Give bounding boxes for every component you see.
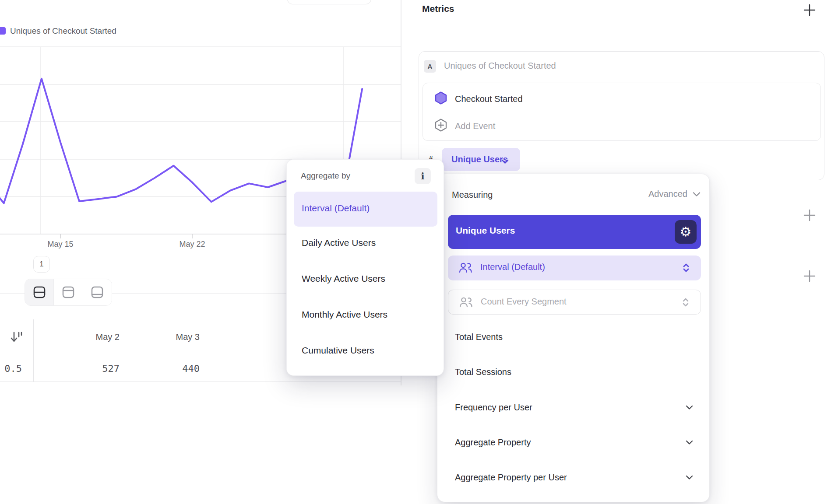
measuring-option-selected[interactable]: Unique Users ⚙ (448, 215, 701, 249)
menu-item-aggregate-property[interactable]: Aggregate Property (455, 438, 531, 448)
toolbar-button-partial[interactable] (287, 0, 371, 4)
menu-item-interval-default-selected[interactable]: Interval (Default) (294, 192, 437, 227)
plus-icon (803, 209, 816, 221)
add-breakdown-button[interactable] (803, 270, 816, 283)
add-metric-button[interactable] (803, 3, 817, 17)
menu-item-frequency-per-user[interactable]: Frequency per User (455, 402, 532, 413)
bottom-panel-icon (90, 285, 105, 300)
layout-top-button[interactable] (54, 279, 83, 305)
chevron-down-icon[interactable] (686, 439, 693, 447)
menu-item-total-sessions[interactable]: Total Sessions (455, 367, 511, 377)
menu-item-daily-active-users[interactable]: Daily Active Users (302, 238, 376, 248)
unfold-more-icon (683, 262, 690, 275)
advanced-label: Advanced (648, 189, 687, 199)
menu-item-total-events[interactable]: Total Events (455, 332, 503, 342)
split-rows-icon (32, 285, 47, 300)
metric-letter-badge: A (424, 60, 436, 73)
interval-option-row[interactable]: Interval (Default) (448, 256, 701, 280)
add-event-row[interactable]: Add Event (423, 115, 820, 137)
layout-bottom-button[interactable] (83, 279, 112, 305)
event-card: Checkout Started Add Event (423, 83, 821, 141)
info-icon[interactable]: i (415, 168, 431, 184)
measurement-chip-label: Unique Users (451, 154, 508, 164)
menu-item-cumulative-users[interactable]: Cumulative Users (302, 345, 374, 356)
menu-item-weekly-active-users[interactable]: Weekly Active Users (302, 273, 385, 284)
row-label-cell: 0.5 (0, 355, 22, 382)
menu-item-monthly-active-users[interactable]: Monthly Active Users (302, 309, 387, 320)
measuring-popup: Measuring Advanced Unique Users ⚙ Interv… (437, 174, 710, 502)
x-tick-may-22: May 22 (166, 240, 218, 249)
sort-descending-icon (10, 330, 24, 344)
chevron-down-icon (501, 158, 509, 166)
event-hexagon-icon (434, 91, 448, 107)
menu-item-aggregate-property-per-user[interactable]: Aggregate Property per User (455, 472, 567, 483)
users-icon (458, 262, 472, 275)
table-column-divider (33, 319, 34, 382)
metric-name-input[interactable]: Uniques of Checkout Started (444, 61, 556, 71)
interval-option-label: Interval (Default) (480, 262, 545, 272)
measurement-chip[interactable]: Unique Users (442, 148, 520, 171)
event-row[interactable]: Checkout Started (423, 88, 820, 110)
measuring-title: Measuring (452, 190, 493, 200)
chevron-down-icon (693, 192, 701, 197)
selected-measure-label: Unique Users (456, 225, 515, 236)
value-cell: 527 (33, 355, 120, 382)
sort-button[interactable] (0, 319, 33, 355)
event-name[interactable]: Checkout Started (455, 94, 523, 104)
plus-icon (803, 270, 816, 282)
advanced-toggle[interactable]: Advanced (648, 189, 701, 199)
analytics-screen: Uniques of Checkout Started May 15 May 2… (0, 0, 831, 504)
users-icon (459, 297, 473, 310)
legend-label[interactable]: Uniques of Checkout Started (10, 26, 116, 36)
metric-card: A Uniques of Checkout Started Checkout S… (419, 51, 824, 180)
column-header[interactable]: May 3 (126, 319, 200, 355)
layout-toggle-group (25, 279, 112, 306)
add-event-hexagon-icon (434, 118, 448, 134)
legend-swatch-icon (0, 27, 6, 35)
column-header[interactable]: May 2 (33, 319, 120, 355)
page-badge[interactable]: 1 (33, 256, 50, 273)
top-panel-icon (61, 285, 76, 300)
unfold-more-icon (682, 297, 689, 309)
add-event-label: Add Event (455, 121, 495, 131)
chevron-down-icon[interactable] (686, 474, 693, 482)
gear-icon[interactable]: ⚙ (675, 220, 697, 244)
x-tick-may-15: May 15 (34, 240, 87, 249)
chevron-down-icon[interactable] (686, 404, 693, 412)
value-cell: 440 (126, 355, 200, 382)
add-filter-button[interactable] (803, 209, 816, 222)
aggregate-by-popup: Aggregate by i Interval (Default) Daily … (286, 159, 444, 376)
metrics-panel-title: Metrics (422, 4, 454, 14)
aggregate-by-title: Aggregate by (301, 171, 350, 181)
segment-option-label: Count Every Segment (481, 297, 567, 307)
segment-option-row[interactable]: Count Every Segment (448, 290, 701, 315)
layout-split-button[interactable] (25, 279, 54, 305)
selected-item-label: Interval (Default) (302, 203, 370, 214)
plus-icon (803, 4, 816, 17)
